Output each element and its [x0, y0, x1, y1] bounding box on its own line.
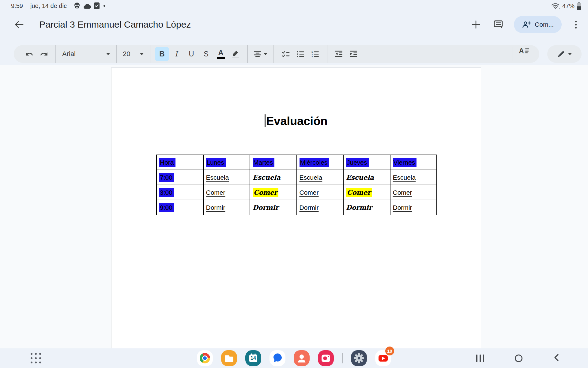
table-header-cell[interactable]: Miércoles	[297, 155, 344, 170]
back-button[interactable]	[12, 17, 26, 32]
battery-percent: 47%	[562, 2, 575, 10]
text-cursor	[265, 114, 266, 127]
format-options-button[interactable]: A	[517, 47, 531, 61]
chat-bubble-icon	[270, 350, 285, 366]
numbered-list-button[interactable]: 1 2 3	[308, 47, 322, 61]
table-cell[interactable]: Comer	[390, 185, 437, 200]
table-time-cell[interactable]: 9:00	[156, 200, 203, 215]
chrome-app-icon[interactable]	[197, 350, 213, 366]
italic-button[interactable]: I	[169, 47, 184, 61]
taskbar: 14	[0, 348, 588, 368]
indent-button[interactable]	[346, 47, 361, 61]
comments-button[interactable]	[491, 17, 506, 32]
toolbar-divider	[55, 45, 56, 63]
home-nav-button[interactable]	[515, 355, 522, 362]
checklist-button[interactable]	[278, 47, 293, 61]
font-size-dropdown[interactable]: 20	[121, 47, 145, 61]
checklist-icon	[282, 51, 290, 58]
table-cell[interactable]: Escuela	[203, 170, 250, 185]
camera-app-icon[interactable]	[318, 350, 334, 366]
share-button[interactable]: Com...	[514, 16, 562, 33]
schedule-table: HoraLunesMartesMiércolesJuevesViernes7:0…	[156, 155, 437, 215]
strikethrough-button[interactable]: S	[199, 47, 213, 61]
table-row: 3:00ComerComerComerComerComer	[156, 185, 437, 200]
table-header-cell[interactable]: Lunes	[203, 155, 250, 170]
document-page[interactable]: Evaluación HoraLunesMartesMiércolesJueve…	[111, 67, 481, 348]
text-color-button[interactable]: A	[213, 47, 228, 61]
table-cell[interactable]: Dormir	[297, 200, 344, 215]
table-cell[interactable]: Comer	[203, 185, 250, 200]
undo-button[interactable]	[22, 47, 36, 61]
bold-button[interactable]: B	[155, 47, 169, 61]
camera-icon	[318, 350, 334, 366]
back-chevron-icon	[553, 353, 560, 362]
document-heading[interactable]: Evaluación	[111, 114, 481, 128]
youtube-app-icon[interactable]: 10	[375, 350, 391, 366]
table-cell[interactable]: Escuela	[390, 170, 437, 185]
font-family-dropdown[interactable]: Arial	[60, 47, 112, 61]
messages-app-icon[interactable]	[270, 350, 285, 366]
table-row: 9:00DormirDormirDormirDormirDormir	[156, 200, 437, 215]
table-cell[interactable]: Comer	[297, 185, 344, 200]
settings-app-icon[interactable]	[351, 350, 367, 366]
status-bar: 9:59 jue, 14 de dic 47%	[0, 0, 588, 12]
document-canvas: Evaluación HoraLunesMartesMiércolesJueve…	[0, 65, 588, 348]
back-nav-button[interactable]	[553, 353, 560, 363]
redo-icon	[40, 50, 48, 58]
overflow-menu-button[interactable]	[570, 21, 582, 29]
document-title[interactable]: Parcial 3 Emmanuel Camacho López	[39, 19, 191, 30]
table-cell[interactable]: Dormir	[343, 200, 390, 215]
font-family-value: Arial	[62, 50, 76, 58]
table-time-cell[interactable]: 3:00	[156, 185, 203, 200]
table-header-cell[interactable]: Martes	[250, 155, 297, 170]
toolbar-divider	[150, 45, 150, 63]
chevron-down-icon	[568, 53, 572, 55]
schedule-table-body: HoraLunesMartesMiércolesJuevesViernes7:0…	[156, 155, 437, 215]
svg-text:3: 3	[311, 55, 313, 58]
chevron-down-icon	[140, 53, 144, 55]
table-cell[interactable]: Comer	[250, 185, 297, 200]
table-cell[interactable]: Dormir	[203, 200, 250, 215]
contacts-app-icon[interactable]	[294, 350, 310, 366]
dock-divider	[342, 353, 343, 363]
table-cell[interactable]: Escuela	[297, 170, 344, 185]
font-size-value: 20	[123, 50, 130, 58]
underline-button[interactable]: U	[184, 47, 199, 61]
calendar-app-icon[interactable]: 14	[245, 350, 261, 366]
bulleted-list-button[interactable]	[293, 47, 308, 61]
chrome-logo-icon	[200, 353, 210, 363]
checkbox-notification-icon	[94, 2, 100, 10]
bulleted-list-icon	[296, 51, 304, 58]
gear-icon	[351, 350, 367, 366]
redo-button[interactable]	[36, 47, 51, 61]
toolbar-divider	[512, 47, 512, 61]
back-arrow-icon	[14, 20, 24, 29]
table-cell[interactable]: Comer	[343, 185, 390, 200]
table-cell[interactable]: Escuela	[250, 170, 297, 185]
table-header-cell[interactable]: Jueves	[343, 155, 390, 170]
table-header-cell[interactable]: Hora	[156, 155, 203, 170]
apps-grid-icon	[31, 353, 41, 363]
table-cell[interactable]: Dormir	[390, 200, 437, 215]
app-drawer-button[interactable]	[31, 353, 41, 363]
toolbar-divider	[273, 45, 274, 63]
table-time-cell[interactable]: 7:00	[156, 170, 203, 185]
align-button[interactable]	[252, 47, 269, 61]
formatting-toolbar: Arial 20 B I U S A	[0, 45, 588, 63]
table-cell[interactable]: Escuela	[343, 170, 390, 185]
toolbar-divider	[247, 45, 248, 63]
folder-icon	[221, 350, 237, 366]
skull-notification-icon	[74, 2, 81, 10]
wifi-icon	[551, 2, 560, 10]
add-button[interactable]	[469, 17, 483, 32]
files-app-icon[interactable]	[221, 350, 237, 366]
table-header-cell[interactable]: Viernes	[390, 155, 437, 170]
table-cell[interactable]: Dormir	[250, 200, 297, 215]
person-icon	[294, 350, 310, 366]
outdent-button[interactable]	[332, 47, 346, 61]
highlight-color-button[interactable]	[228, 47, 243, 61]
calendar-day-label: 14	[245, 355, 261, 361]
edit-mode-button[interactable]	[547, 45, 582, 63]
outdent-icon	[335, 51, 343, 57]
recents-nav-button[interactable]	[476, 355, 484, 362]
